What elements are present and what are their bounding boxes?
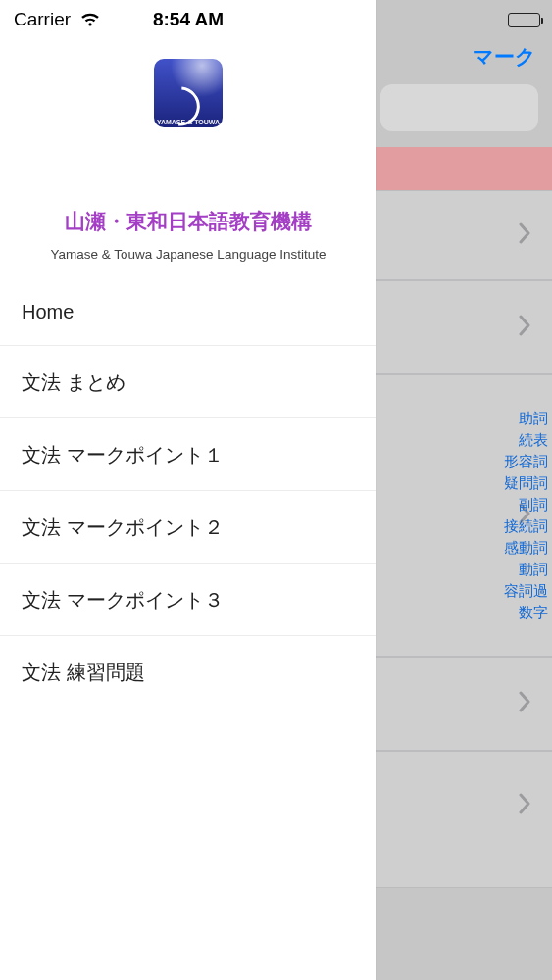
- menu-item-home[interactable]: Home: [0, 277, 376, 346]
- category-tag[interactable]: 数字: [504, 602, 548, 623]
- status-bar: Carrier 8:54 AM: [0, 0, 376, 39]
- menu-item-markpoint-1[interactable]: 文法 マークポイント１: [0, 418, 376, 491]
- search-field[interactable]: [380, 84, 538, 131]
- menu-item-exercises[interactable]: 文法 練習問題: [0, 636, 376, 708]
- menu-item-markpoint-2[interactable]: 文法 マークポイント２: [0, 491, 376, 564]
- category-tag[interactable]: 形容詞: [504, 451, 548, 472]
- category-tag-list: 助詞 続表 形容詞 疑問詞 副詞 接続詞 感動詞 動詞 容詞過 数字: [504, 408, 548, 623]
- category-tag[interactable]: 続表: [504, 429, 548, 451]
- chevron-right-icon: [519, 315, 530, 340]
- menu-item-markpoint-3[interactable]: 文法 マークポイント３: [0, 564, 376, 636]
- category-tag[interactable]: 副詞: [504, 494, 548, 515]
- title-english: Yamase & Touwa Japanese Language Institu…: [0, 247, 376, 262]
- menu-item-grammar-summary[interactable]: 文法 まとめ: [0, 346, 376, 418]
- category-tag[interactable]: 動詞: [504, 559, 548, 580]
- chevron-right-icon: [519, 222, 530, 248]
- battery-icon: [508, 13, 540, 27]
- drawer-menu: Home 文法 まとめ 文法 マークポイント１ 文法 マークポイント２ 文法 マ…: [0, 277, 376, 980]
- clock-label: 8:54 AM: [153, 9, 224, 30]
- institute-title: 山瀬・東和日本語教育機構 Yamase & Touwa Japanese Lan…: [0, 208, 376, 262]
- carrier-label: Carrier: [14, 9, 71, 30]
- category-tag[interactable]: 助詞: [504, 408, 548, 429]
- chevron-right-icon: [519, 793, 530, 818]
- wifi-icon: [80, 13, 100, 27]
- category-tag[interactable]: 容詞過: [504, 580, 548, 602]
- category-tag[interactable]: 感動詞: [504, 537, 548, 559]
- chevron-right-icon: [519, 691, 530, 716]
- side-drawer: Carrier 8:54 AM YAMASE & TOUWA 山瀬・東和日本語教…: [0, 0, 376, 980]
- nav-right-button[interactable]: マーク: [473, 43, 536, 71]
- category-tag[interactable]: 接続詞: [504, 515, 548, 537]
- app-logo: YAMASE & TOUWA: [154, 59, 223, 127]
- title-japanese: 山瀬・東和日本語教育機構: [0, 208, 376, 235]
- category-tag[interactable]: 疑問詞: [504, 472, 548, 494]
